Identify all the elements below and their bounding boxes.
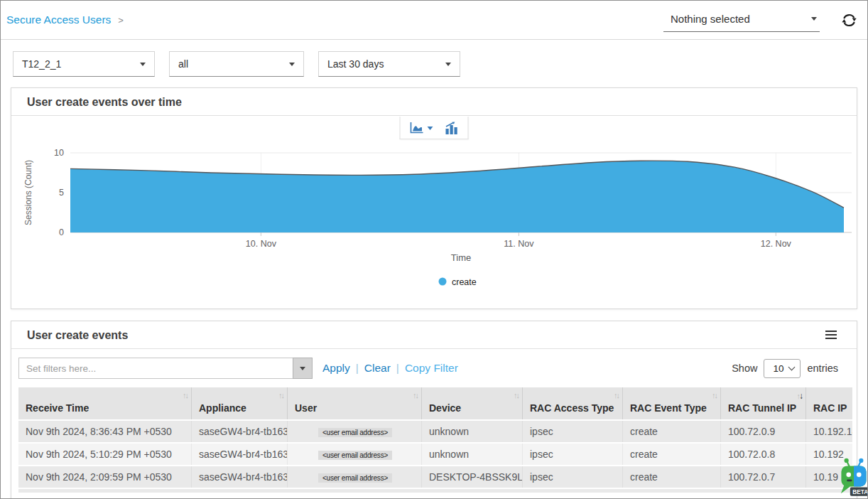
sort-desc-icon: ↑↓	[797, 391, 803, 401]
chevron-down-icon	[428, 127, 433, 130]
refresh-button[interactable]	[841, 12, 857, 28]
appliance-filter-value: T12_2_1	[22, 58, 61, 70]
copy-filter-link[interactable]: Copy Filter	[405, 362, 458, 375]
svg-text:Time: Time	[451, 252, 471, 263]
bar-chart-icon	[445, 122, 459, 134]
chevron-down-icon	[788, 363, 796, 370]
chart-toolbar	[400, 117, 469, 139]
time-range-filter-value: Last 30 days	[327, 58, 384, 70]
legend-item-create[interactable]: create	[439, 277, 477, 287]
column-header-rac-ip[interactable]: RAC IP	[806, 387, 852, 419]
sort-both-icon: ↑↓	[413, 391, 418, 399]
events-table: Receive Time↑↓Appliance↑↓User↑↓Device↑↓R…	[18, 387, 852, 489]
time-range-filter-select[interactable]: Last 30 days	[318, 51, 460, 77]
sort-both-icon: ↑↓	[514, 391, 519, 399]
table-panel: User create events Apply | Clear | Copy …	[11, 321, 857, 499]
page-size-select[interactable]: 10	[764, 359, 801, 378]
svg-text:10. Nov: 10. Nov	[246, 239, 277, 249]
partial-table-row	[18, 489, 852, 493]
chart-panel-title: User create events over time	[11, 88, 857, 116]
column-header-user[interactable]: User↑↓	[288, 387, 422, 419]
breadcrumb: Secure Access Users >	[6, 14, 124, 26]
chart-type-dropdown-button[interactable]	[410, 122, 433, 134]
show-label: Show	[732, 363, 757, 374]
scope-filter-select[interactable]: all	[169, 51, 304, 77]
table-filter-input[interactable]	[18, 358, 293, 379]
link-separator: |	[356, 362, 359, 375]
table-controls: Apply | Clear | Copy Filter Show 10 entr…	[11, 349, 857, 387]
svg-text:Sessions (Count): Sessions (Count)	[23, 160, 33, 225]
events-table-container: Receive Time↑↓Appliance↑↓User↑↓Device↑↓R…	[18, 387, 852, 493]
clear-filter-link[interactable]: Clear	[364, 362, 391, 375]
table-row: Nov 9th 2024, 2:09:59 PM +0530saseGW4-br…	[18, 466, 852, 488]
link-separator: |	[396, 362, 399, 375]
sort-both-icon: ↑↓	[183, 391, 188, 399]
scope-select[interactable]: Nothing selected	[663, 9, 820, 32]
chevron-down-icon	[445, 63, 451, 66]
chart-panel: User create events over time 10. Nov	[11, 87, 857, 309]
entries-label: entries	[807, 363, 838, 374]
area-chart-icon	[410, 122, 424, 134]
column-header-device[interactable]: Device↑↓	[422, 387, 523, 419]
svg-text:12. Nov: 12. Nov	[761, 239, 792, 249]
bar-chart-toggle-button[interactable]	[445, 122, 459, 134]
scope-select-value: Nothing selected	[671, 13, 750, 25]
column-header-rac-event-type[interactable]: RAC Event Type↑↓	[623, 387, 721, 419]
svg-text:create: create	[452, 277, 477, 287]
sort-both-icon: ↑↓	[712, 391, 717, 399]
chevron-down-icon	[289, 63, 295, 66]
svg-text:0: 0	[59, 227, 64, 237]
table-panel-title: User create events	[11, 321, 857, 349]
page-size-value: 10	[773, 363, 783, 374]
column-header-receive-time[interactable]: Receive Time↑↓	[18, 387, 192, 419]
sort-both-icon: ↑↓	[278, 391, 283, 399]
filter-bar: T12_2_1 all Last 30 days	[1, 40, 867, 87]
column-header-rac-access-type[interactable]: RAC Access Type↑↓	[523, 387, 623, 419]
robot-icon: BETA	[835, 458, 868, 499]
table-row: Nov 9th 2024, 5:10:29 PM +0530saseGW4-br…	[18, 444, 852, 465]
scope-filter-value: all	[178, 58, 188, 70]
chevron-down-icon	[140, 63, 146, 66]
apply-filter-link[interactable]: Apply	[322, 362, 350, 375]
table-menu-button[interactable]	[825, 331, 837, 341]
column-header-appliance[interactable]: Appliance↑↓	[192, 387, 288, 419]
svg-text:10: 10	[54, 148, 64, 158]
top-bar: Secure Access Users > Nothing selected	[1, 1, 867, 40]
redacted-user-email: <user email address>	[318, 473, 392, 483]
column-header-rac-tunnel-ip[interactable]: RAC Tunnel IP↑↓	[721, 387, 806, 419]
filter-dropdown-button[interactable]	[293, 358, 313, 379]
page: Secure Access Users > Nothing selected T…	[0, 0, 868, 499]
table-header-row: Receive Time↑↓Appliance↑↓User↑↓Device↑↓R…	[18, 387, 852, 419]
refresh-icon	[841, 12, 857, 28]
sessions-chart: 10. Nov11. Nov12. Nov0510TimeSessions (C…	[11, 116, 858, 308]
redacted-user-email: <user email address>	[318, 428, 392, 437]
breadcrumb-chevron-icon: >	[118, 15, 124, 26]
breadcrumb-link-secure-access-users[interactable]: Secure Access Users	[6, 14, 111, 26]
table-row: Nov 9th 2024, 8:36:43 PM +0530saseGW4-br…	[18, 421, 852, 442]
svg-text:11. Nov: 11. Nov	[504, 239, 534, 249]
sort-both-icon: ↑↓	[614, 391, 619, 399]
svg-text:5: 5	[59, 188, 64, 198]
redacted-user-email: <user email address>	[318, 451, 392, 460]
beta-label: BETA	[852, 489, 868, 495]
appliance-filter-select[interactable]: T12_2_1	[13, 51, 155, 77]
beta-badge[interactable]: BETA	[835, 458, 868, 499]
chevron-down-icon	[300, 367, 305, 370]
chevron-down-icon	[811, 17, 817, 21]
